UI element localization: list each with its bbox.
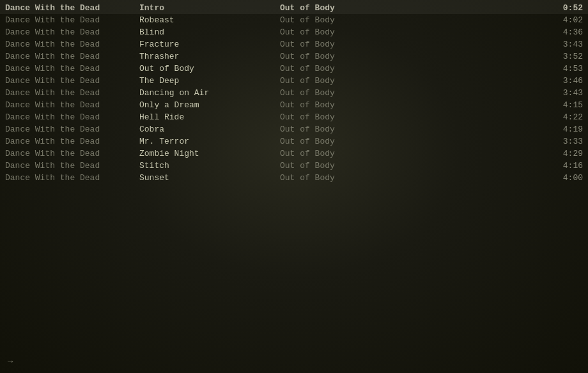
track-album: Out of Body <box>280 52 545 61</box>
track-title: Zombie Night <box>139 149 280 158</box>
track-row[interactable]: Dance With the DeadFractureOut of Body3:… <box>0 38 588 50</box>
track-row[interactable]: Dance With the DeadSunsetOut of Body4:00 <box>0 172 588 184</box>
track-title: Blind <box>139 27 280 37</box>
track-artist: Dance With the Dead <box>5 161 139 171</box>
track-artist: Dance With the Dead <box>5 112 139 122</box>
track-row[interactable]: Dance With the DeadBlindOut of Body4:36 <box>0 26 588 38</box>
track-artist: Dance With the Dead <box>5 15 139 25</box>
track-duration: 4:53 <box>545 64 583 73</box>
track-album: Out of Body <box>280 125 545 134</box>
track-title: Mr. Terror <box>139 137 280 146</box>
track-row[interactable]: Dance With the DeadDancing on AirOut of … <box>0 87 588 99</box>
track-duration: 4:22 <box>545 112 583 122</box>
track-list-header: Dance With the Dead Intro Out of Body 0:… <box>0 0 588 14</box>
track-title: Only a Dream <box>139 100 280 110</box>
track-duration: 4:36 <box>545 27 583 37</box>
track-title: Sunset <box>139 173 280 183</box>
track-album: Out of Body <box>280 27 545 37</box>
track-duration: 3:43 <box>545 40 583 49</box>
header-artist: Dance With the Dead <box>5 3 139 13</box>
track-title: Stitch <box>139 161 280 171</box>
track-row[interactable]: Dance With the DeadZombie NightOut of Bo… <box>0 148 588 160</box>
track-title: Fracture <box>139 40 280 49</box>
track-duration: 4:15 <box>545 100 583 110</box>
track-artist: Dance With the Dead <box>5 100 139 110</box>
track-artist: Dance With the Dead <box>5 27 139 37</box>
track-artist: Dance With the Dead <box>5 64 139 73</box>
track-list: Dance With the Dead Intro Out of Body 0:… <box>0 0 588 184</box>
track-title: Out of Body <box>139 64 280 73</box>
track-album: Out of Body <box>280 137 545 146</box>
header-title: Intro <box>139 3 280 13</box>
header-duration: 0:52 <box>545 3 583 13</box>
track-row[interactable]: Dance With the DeadOut of BodyOut of Bod… <box>0 63 588 75</box>
track-row[interactable]: Dance With the DeadRobeastOut of Body4:0… <box>0 14 588 26</box>
track-title: Thrasher <box>139 52 280 61</box>
track-album: Out of Body <box>280 173 545 183</box>
track-album: Out of Body <box>280 161 545 171</box>
track-album: Out of Body <box>280 76 545 86</box>
track-artist: Dance With the Dead <box>5 125 139 134</box>
track-duration: 3:33 <box>545 137 583 146</box>
track-album: Out of Body <box>280 40 545 49</box>
track-album: Out of Body <box>280 100 545 110</box>
track-row[interactable]: Dance With the DeadMr. TerrorOut of Body… <box>0 135 588 148</box>
track-row[interactable]: Dance With the DeadHell RideOut of Body4… <box>0 111 588 123</box>
track-row[interactable]: Dance With the DeadCobraOut of Body4:19 <box>0 123 588 135</box>
track-title: Hell Ride <box>139 112 280 122</box>
track-row[interactable]: Dance With the DeadThe DeepOut of Body3:… <box>0 75 588 87</box>
track-album: Out of Body <box>280 112 545 122</box>
track-album: Out of Body <box>280 15 545 25</box>
bottom-arrow: → <box>8 356 13 367</box>
track-title: Robeast <box>139 15 280 25</box>
track-artist: Dance With the Dead <box>5 137 139 146</box>
track-duration: 4:16 <box>545 161 583 171</box>
track-duration: 4:00 <box>545 173 583 183</box>
track-artist: Dance With the Dead <box>5 52 139 61</box>
track-row[interactable]: Dance With the DeadOnly a DreamOut of Bo… <box>0 99 588 111</box>
track-album: Out of Body <box>280 88 545 98</box>
track-title: The Deep <box>139 76 280 86</box>
track-duration: 3:46 <box>545 76 583 86</box>
track-row[interactable]: Dance With the DeadStitchOut of Body4:16 <box>0 160 588 172</box>
track-album: Out of Body <box>280 149 545 158</box>
track-artist: Dance With the Dead <box>5 88 139 98</box>
track-title: Cobra <box>139 125 280 134</box>
track-artist: Dance With the Dead <box>5 149 139 158</box>
track-duration: 3:52 <box>545 52 583 61</box>
track-title: Dancing on Air <box>139 88 280 98</box>
track-duration: 4:02 <box>545 15 583 25</box>
track-duration: 4:19 <box>545 125 583 134</box>
track-duration: 4:29 <box>545 149 583 158</box>
track-artist: Dance With the Dead <box>5 76 139 86</box>
track-artist: Dance With the Dead <box>5 40 139 49</box>
track-duration: 3:43 <box>545 88 583 98</box>
track-album: Out of Body <box>280 64 545 73</box>
track-artist: Dance With the Dead <box>5 173 139 183</box>
track-row[interactable]: Dance With the DeadThrasherOut of Body3:… <box>0 50 588 63</box>
header-album: Out of Body <box>280 3 545 13</box>
